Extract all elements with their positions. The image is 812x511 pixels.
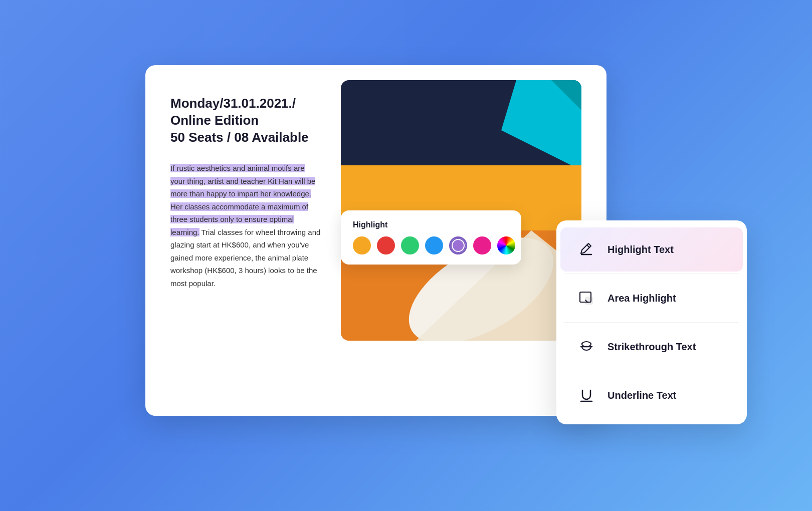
- divider-3: [564, 371, 739, 371]
- swatch-blue[interactable]: [425, 236, 443, 254]
- document-body: If rustic aesthetics and animal motifs a…: [170, 162, 321, 290]
- tools-menu-card: Highlight Text Area Highlight: [556, 220, 747, 424]
- tool-area-highlight[interactable]: Area Highlight: [560, 276, 743, 320]
- swatch-purple[interactable]: [449, 236, 467, 254]
- highlight-icon: [575, 238, 597, 261]
- highlighted-passage: If rustic aesthetics and animal motifs a…: [170, 164, 315, 236]
- main-document-card: Monday/31.01.2021./ Online Edition 50 Se…: [145, 65, 606, 416]
- scene: Monday/31.01.2021./ Online Edition 50 Se…: [105, 50, 707, 461]
- color-swatches: [353, 236, 509, 254]
- color-picker-popup: Highlight: [341, 210, 521, 265]
- divider-2: [564, 322, 739, 323]
- underline-text-label: Underline Text: [607, 390, 676, 401]
- area-highlight-label: Area Highlight: [607, 293, 676, 304]
- swatch-pink[interactable]: [473, 236, 491, 254]
- document-title: Monday/31.01.2021./ Online Edition 50 Se…: [170, 95, 321, 146]
- text-panel: Monday/31.01.2021./ Online Edition 50 Se…: [145, 65, 346, 416]
- divider-1: [564, 274, 739, 274]
- tool-strikethrough-text[interactable]: Strikethrough Text: [560, 325, 743, 369]
- strikethrough-icon: [575, 336, 597, 358]
- highlight-text-label: Highlight Text: [607, 244, 674, 256]
- svg-point-9: [582, 342, 591, 347]
- area-highlight-icon: [575, 287, 597, 309]
- color-picker-label: Highlight: [353, 220, 509, 229]
- swatch-orange[interactable]: [353, 236, 371, 254]
- underline-icon: [575, 384, 597, 406]
- swatch-red[interactable]: [377, 236, 395, 254]
- tool-highlight-text[interactable]: Highlight Text: [560, 227, 743, 272]
- swatch-rainbow[interactable]: [497, 236, 515, 254]
- strikethrough-text-label: Strikethrough Text: [607, 341, 696, 353]
- tool-underline-text[interactable]: Underline Text: [560, 373, 743, 417]
- swatch-green[interactable]: [401, 236, 419, 254]
- normal-text: Trial classes for wheel throwing and gla…: [170, 228, 320, 288]
